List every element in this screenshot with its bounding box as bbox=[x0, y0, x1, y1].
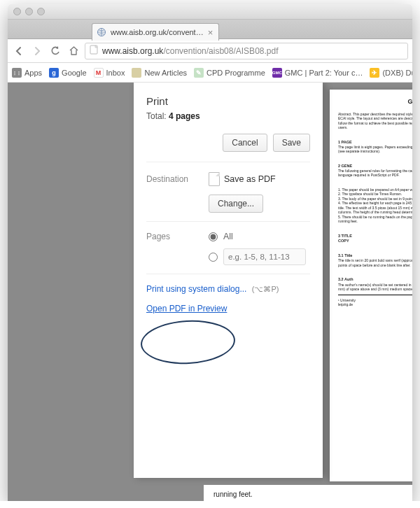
bookmark-icon: GMC bbox=[272, 68, 282, 78]
print-system-dialog-link[interactable]: Print using system dialog... bbox=[146, 284, 246, 294]
close-window-button[interactable] bbox=[13, 8, 21, 15]
bookmark-label: GMC | Part 2: Your c… bbox=[285, 69, 363, 77]
globe-icon bbox=[97, 27, 106, 37]
divider bbox=[146, 162, 310, 162]
open-pdf-preview-link[interactable]: Open PDF in Preview bbox=[146, 304, 227, 313]
bookmark-icon: M bbox=[94, 68, 104, 78]
minimize-window-button[interactable] bbox=[25, 8, 33, 15]
destination-label: Destination bbox=[146, 174, 199, 184]
bookmark-icon bbox=[132, 68, 141, 78]
tab-close-icon[interactable]: × bbox=[208, 27, 214, 38]
pdf-preview-thumbnail: G Abstract. This paper describes the req… bbox=[330, 90, 412, 481]
bookmark-label: (DXB) Duba… bbox=[382, 69, 412, 77]
bookmark-label: Apps bbox=[24, 69, 42, 77]
underlying-document: running feet. 3 TITLE, AUTHOR, AFFILIATI… bbox=[204, 485, 412, 501]
back-button[interactable] bbox=[12, 44, 26, 58]
bookmark-item[interactable]: GMCGMC | Part 2: Your c… bbox=[272, 68, 363, 78]
mac-titlebar bbox=[8, 4, 412, 20]
url-text: www.aisb.org.uk/convention/aisb08/AISB08… bbox=[102, 46, 279, 56]
bookmark-icon: ✈ bbox=[370, 68, 379, 78]
content-area: Print Total: 4 pages Cancel Save Destina… bbox=[8, 83, 412, 501]
page-icon bbox=[90, 45, 98, 57]
divider bbox=[146, 274, 310, 274]
print-total: Total: 4 pages bbox=[146, 111, 310, 121]
bookmark-item[interactable]: ✎CPD Programme bbox=[194, 68, 265, 78]
home-button[interactable] bbox=[66, 44, 80, 58]
keyboard-shortcut: (⌥⌘P) bbox=[252, 285, 279, 293]
browser-tab[interactable]: www.aisb.org.uk/convent… × bbox=[92, 23, 219, 41]
bookmarks-bar: ⋮⋮AppsgGoogleMInboxNew Articles✎CPD Prog… bbox=[8, 63, 412, 83]
bookmark-icon: ✎ bbox=[194, 68, 204, 78]
pages-all-label: All bbox=[223, 232, 233, 241]
zoom-window-button[interactable] bbox=[37, 8, 45, 15]
bookmark-label: CPD Programme bbox=[206, 69, 265, 77]
bookmark-label: New Articles bbox=[144, 69, 187, 77]
bookmark-item[interactable]: ⋮⋮Apps bbox=[12, 68, 42, 78]
cancel-button[interactable]: Cancel bbox=[223, 134, 267, 152]
pdf-file-icon bbox=[209, 172, 220, 186]
pages-range-option[interactable] bbox=[209, 248, 306, 265]
reload-button[interactable] bbox=[48, 44, 62, 58]
pages-range-radio[interactable] bbox=[209, 253, 218, 262]
browser-window: www.aisb.org.uk/convent… × www.aisb.org.… bbox=[8, 4, 412, 501]
print-dialog: Print Total: 4 pages Cancel Save Destina… bbox=[134, 83, 323, 478]
pages-label: Pages bbox=[146, 232, 199, 241]
pages-range-input[interactable] bbox=[223, 248, 306, 265]
bookmark-icon: ⋮⋮ bbox=[12, 68, 22, 78]
bookmark-icon: g bbox=[49, 68, 59, 78]
bookmark-item[interactable]: gGoogle bbox=[49, 68, 86, 78]
change-destination-button[interactable]: Change... bbox=[209, 195, 263, 213]
forward-button[interactable] bbox=[30, 44, 44, 58]
bookmark-item[interactable]: New Articles bbox=[132, 68, 187, 78]
destination-value: Save as PDF bbox=[209, 172, 276, 186]
bookmark-label: Google bbox=[62, 69, 86, 77]
print-dialog-title: Print bbox=[146, 95, 310, 107]
divider bbox=[146, 221, 310, 222]
bookmark-label: Inbox bbox=[106, 69, 125, 77]
tab-strip: www.aisb.org.uk/convent… × bbox=[8, 20, 412, 39]
bookmark-item[interactable]: ✈(DXB) Duba… bbox=[370, 68, 412, 78]
toolbar: www.aisb.org.uk/convention/aisb08/AISB08… bbox=[8, 39, 412, 63]
pages-all-option[interactable]: All bbox=[209, 232, 306, 241]
address-bar[interactable]: www.aisb.org.uk/convention/aisb08/AISB08… bbox=[85, 43, 408, 59]
bookmark-item[interactable]: MInbox bbox=[94, 68, 125, 78]
save-button[interactable]: Save bbox=[273, 134, 310, 152]
pages-all-radio[interactable] bbox=[209, 232, 218, 241]
tab-title: www.aisb.org.uk/convent… bbox=[111, 28, 204, 36]
